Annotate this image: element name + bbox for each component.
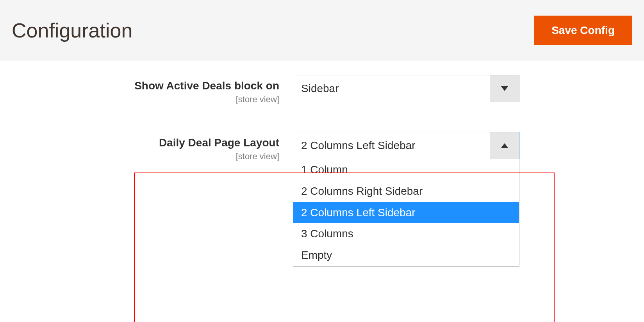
chevron-up-icon bbox=[501, 143, 508, 148]
field-label-show-active-deals: Show Active Deals block on bbox=[105, 80, 279, 92]
dropdown-option-3-columns[interactable]: 3 Columns bbox=[293, 223, 519, 245]
chevron-down-icon bbox=[501, 86, 508, 91]
page-header: Configuration Save Config bbox=[0, 0, 644, 61]
input-column: 2 Columns Left Sidebar 1 Column 2 Column… bbox=[293, 132, 519, 267]
field-label-daily-deal-layout: Daily Deal Page Layout bbox=[105, 137, 279, 149]
dropdown-option-2-columns-left[interactable]: 2 Columns Left Sidebar bbox=[293, 202, 519, 224]
dropdown-option-2-columns-right[interactable]: 2 Columns Right Sidebar bbox=[293, 181, 519, 202]
input-column: Sidebar bbox=[293, 75, 519, 102]
show-active-deals-select[interactable]: Sidebar bbox=[293, 75, 519, 102]
save-config-button[interactable]: Save Config bbox=[534, 16, 632, 45]
daily-deal-layout-select[interactable]: 2 Columns Left Sidebar bbox=[293, 132, 519, 159]
label-column: Show Active Deals block on [store view] bbox=[105, 75, 293, 105]
form-row-daily-deal-layout: Daily Deal Page Layout [store view] 2 Co… bbox=[105, 126, 644, 322]
select-value: Sidebar bbox=[293, 82, 347, 95]
dropdown-option-empty[interactable]: Empty bbox=[293, 245, 519, 266]
page-title: Configuration bbox=[12, 19, 132, 42]
dropdown-option-1-column[interactable]: 1 Column bbox=[293, 159, 519, 181]
form-row-show-active-deals: Show Active Deals block on [store view] … bbox=[105, 69, 644, 110]
scope-label: [store view] bbox=[105, 94, 279, 105]
select-value: 2 Columns Left Sidebar bbox=[293, 139, 423, 152]
dropdown-list: 1 Column 2 Columns Right Sidebar 2 Colum… bbox=[293, 159, 519, 267]
label-column: Daily Deal Page Layout [store view] bbox=[105, 132, 293, 162]
scope-label: [store view] bbox=[105, 151, 279, 162]
select-arrow-button[interactable] bbox=[490, 75, 519, 102]
select-arrow-button[interactable] bbox=[490, 132, 519, 159]
content-area: Show Active Deals block on [store view] … bbox=[0, 61, 644, 322]
